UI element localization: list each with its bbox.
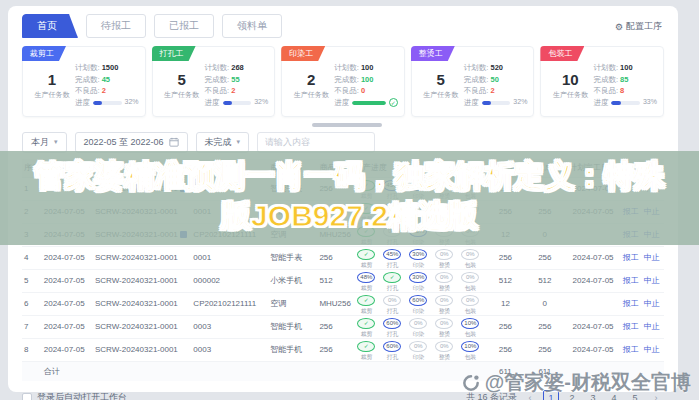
card-progress: 进度✓ (334, 97, 398, 109)
abort-link[interactable]: 中止 (644, 253, 660, 262)
progress-label: 进度 (464, 97, 479, 109)
step-label: 打孔 (382, 261, 403, 269)
stat-value: 45 (102, 75, 110, 84)
stat-label: 计划数: (75, 63, 102, 72)
footer-watermark: @管家婆-财税双全官博 (461, 369, 691, 396)
period-value: 本月 (31, 136, 49, 149)
search-input[interactable] (257, 132, 375, 153)
kpi-card: 裁剪工1生产任务数计划数: 1500完成数: 45不良品: 2进度32% (22, 46, 146, 117)
step-percent: 0% (435, 249, 453, 260)
tab-1[interactable]: 待报工 (86, 14, 146, 38)
step-label: 裁剪 (356, 261, 377, 269)
step-label: 包装 (460, 330, 481, 338)
process-step: 0%整烫 (433, 249, 456, 270)
cell-order: SCRW-20240321-0001 (93, 299, 191, 308)
auto-open-checkbox[interactable]: 登录后自动打开工作台 (22, 391, 127, 400)
check-icon: ✓ (389, 98, 398, 107)
configure-process-button[interactable]: ⚙ 配置工序 (615, 20, 662, 33)
abort-link[interactable]: 中止 (644, 299, 660, 308)
step-percent: 0% (435, 272, 453, 283)
watermark-text: 管家婆精准预测一肖一码，独家解析定义：特殊版JOB927.2精选版 (0, 156, 699, 235)
cell-progress: ✓裁剪0%打孔60%印染0%整烫0%包装 (353, 292, 487, 316)
cell-unfinished-qty: 256 (524, 253, 565, 262)
task-count-label: 生产任务数 (29, 90, 75, 100)
stat-label: 不良品: (205, 86, 232, 95)
table-row[interactable]: 42024-07-05SCRW-20240321-00010001智能手表256… (22, 247, 664, 270)
checkbox-icon[interactable] (22, 393, 32, 400)
tab-0[interactable]: 首页 (22, 14, 78, 38)
filter-bar: 本月 ▾ 2022-05 至 2022-06 未完成 ▾ (22, 132, 664, 153)
task-count-label: 生产任务数 (159, 90, 205, 100)
step-percent: 10% (461, 318, 479, 329)
report-work-link[interactable]: 报工 (623, 322, 639, 331)
cell-name: 智能手表 (268, 252, 317, 263)
stat-value: 8 (620, 86, 624, 95)
report-work-link[interactable]: 报工 (623, 345, 639, 354)
process-step: 45%打孔 (381, 249, 404, 270)
step-label: 包装 (460, 353, 481, 361)
table-row[interactable]: 62024-07-05SCRW-20240321-0001CP202102121… (22, 293, 664, 316)
kpi-card: 印染工2生产任务数计划数: 100完成数: 100不良品: 0进度✓ (281, 46, 405, 117)
table-row[interactable]: 52024-07-05SCRW-20240321-0001000002小米手机5… (22, 270, 664, 293)
step-percent: 0% (435, 318, 453, 329)
cell-unfinished-qty: 256 (524, 345, 565, 354)
cell-no: 8 (22, 345, 42, 354)
tab-3[interactable]: 领料单 (222, 14, 282, 38)
stat-value: 100 (361, 75, 374, 84)
table-row[interactable]: 82024-07-05SCRW-20240321-00010003智能手机256… (22, 339, 664, 362)
cell-code: CP202102121111 (191, 299, 268, 308)
cell-order: SCRW-20240321-0001 (93, 276, 191, 285)
card-stat: 完成数: 45 (75, 74, 139, 86)
step-label: 裁剪 (356, 284, 377, 292)
process-step: ✓裁剪 (355, 295, 378, 316)
abort-link[interactable]: 中止 (644, 322, 660, 331)
cell-date: 2024-07-05 (42, 253, 93, 262)
date-range-picker[interactable]: 2022-05 至 2022-06 (75, 132, 188, 153)
stat-value: 100 (361, 63, 374, 72)
progress-fill (611, 101, 620, 105)
card-progress: 进度33% (593, 97, 657, 109)
step-percent: 0% (383, 295, 401, 306)
abort-link[interactable]: 中止 (644, 345, 660, 354)
cards-scrollbar[interactable] (22, 123, 664, 127)
step-percent: 0% (461, 249, 479, 260)
cell-code: 0001 (191, 253, 268, 262)
task-count-label: 生产任务数 (288, 90, 334, 100)
task-count: 10 (547, 71, 593, 88)
period-select[interactable]: 本月 ▾ (22, 132, 67, 153)
progress-bar (352, 101, 386, 105)
tab-2[interactable]: 已报工 (154, 14, 214, 38)
progress-percent: 32% (513, 97, 527, 108)
step-label: 包装 (460, 307, 481, 315)
report-work-link[interactable]: 报工 (623, 253, 639, 262)
card-stat: 完成数: 55 (205, 74, 269, 86)
step-label: 裁剪 (356, 330, 377, 338)
progress-percent: 33% (643, 97, 657, 108)
worker-badge: 打孔工 (152, 46, 196, 61)
status-select[interactable]: 未完成 ▾ (196, 132, 250, 153)
stat-value: 50 (490, 75, 498, 84)
scrollbar-thumb[interactable] (312, 123, 382, 127)
kpi-card: 整烫工5生产任务数计划数: 520完成数: 50不良品: 2进度32% (411, 46, 535, 117)
cell-date: 2024-07-05 (42, 299, 93, 308)
process-step: 30%印染 (407, 272, 430, 293)
table-row[interactable]: 72024-07-05SCRW-20240321-00010003智能手机256… (22, 316, 664, 339)
step-check-icon: ✓ (383, 272, 401, 283)
cell-actions: 报工中止 (621, 321, 664, 332)
step-label: 印染 (408, 284, 429, 292)
process-step: 10%包装 (459, 341, 482, 362)
stat-value: 2 (231, 86, 235, 95)
task-count: 5 (418, 71, 464, 88)
report-work-link[interactable]: 报工 (623, 299, 639, 308)
abort-link[interactable]: 中止 (644, 276, 660, 285)
cell-plan-qty: 12 (487, 299, 524, 308)
stat-label: 完成数: (75, 75, 102, 84)
cell-spec: 512 (317, 276, 352, 285)
cell-plan-qty: 256 (487, 253, 524, 262)
report-work-link[interactable]: 报工 (623, 276, 639, 285)
kpi-cards: 裁剪工1生产任务数计划数: 1500完成数: 45不良品: 2进度32%打孔工5… (22, 46, 664, 117)
cell-code: 000002 (191, 276, 268, 285)
cell-date: 2024-07-05 (42, 322, 93, 331)
cell-plan-qty: 256 (487, 345, 524, 354)
process-step: 0%整烫 (433, 295, 456, 316)
